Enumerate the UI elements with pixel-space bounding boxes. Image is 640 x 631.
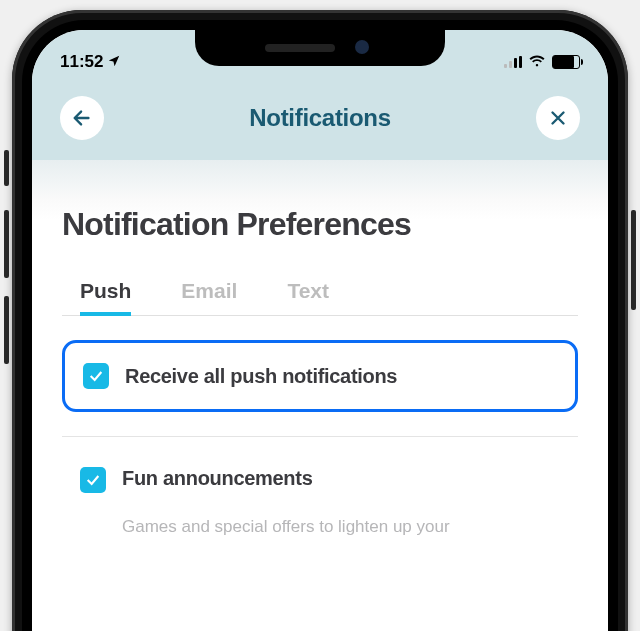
option-receive-all[interactable]: Receive all push notifications <box>62 340 578 412</box>
cellular-icon <box>504 56 522 68</box>
checkbox-receive-all[interactable] <box>83 363 109 389</box>
option-fun-announcements[interactable]: Fun announcements Games and special offe… <box>62 451 578 545</box>
screen: 11:52 <box>32 30 608 631</box>
option-fun-label: Fun announcements <box>122 467 312 490</box>
close-icon <box>547 107 569 129</box>
page-title: Notification Preferences <box>62 206 578 243</box>
divider <box>62 436 578 437</box>
phone-frame: 11:52 <box>12 10 628 631</box>
option-fun-description: Games and special offers to lighten up y… <box>122 517 560 537</box>
tab-text[interactable]: Text <box>287 279 329 315</box>
notch <box>195 30 445 66</box>
tab-email[interactable]: Email <box>181 279 237 315</box>
battery-icon <box>552 55 580 69</box>
tabs: Push Email Text <box>62 279 578 316</box>
tab-push[interactable]: Push <box>80 279 131 315</box>
close-button[interactable] <box>536 96 580 140</box>
status-time: 11:52 <box>60 52 103 72</box>
check-icon <box>85 472 101 488</box>
arrow-left-icon <box>71 107 93 129</box>
location-icon <box>107 54 121 71</box>
checkbox-fun[interactable] <box>80 467 106 493</box>
back-button[interactable] <box>60 96 104 140</box>
content: Notification Preferences Push Email Text… <box>32 160 608 631</box>
header-title: Notifications <box>249 104 390 132</box>
wifi-icon <box>528 52 546 72</box>
option-receive-all-label: Receive all push notifications <box>125 365 397 388</box>
check-icon <box>88 368 104 384</box>
